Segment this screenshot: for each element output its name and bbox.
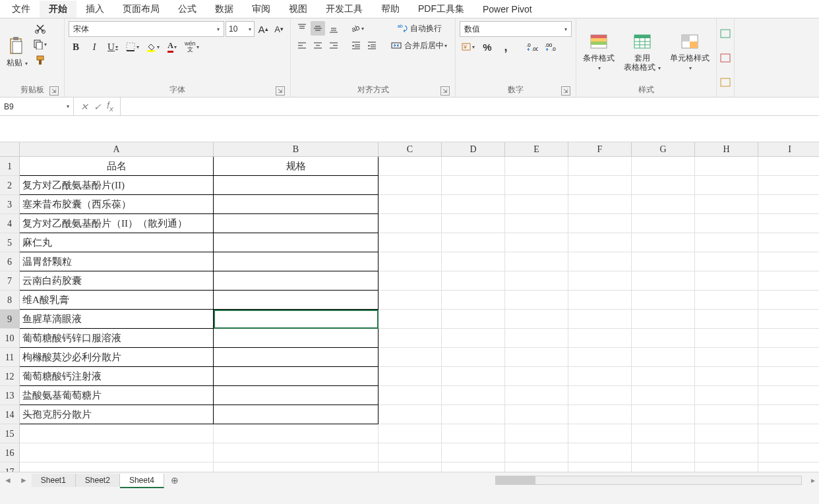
cell-D3[interactable]: [442, 195, 505, 214]
cell-G15[interactable]: [632, 424, 695, 443]
cell-F4[interactable]: [568, 214, 632, 233]
cell-G7[interactable]: [632, 271, 695, 291]
enter-formula-button[interactable]: ✓: [94, 101, 102, 112]
cell-D17[interactable]: [442, 462, 505, 472]
cell-F13[interactable]: [568, 386, 632, 405]
row-header-3[interactable]: 3: [0, 195, 20, 214]
cell-F3[interactable]: [568, 195, 632, 214]
cell-G12[interactable]: [632, 367, 695, 386]
cell-D15[interactable]: [442, 424, 505, 443]
cell-E16[interactable]: [505, 443, 568, 462]
cell-F11[interactable]: [568, 348, 632, 367]
cell-C17[interactable]: [379, 462, 442, 472]
cell-I8[interactable]: [758, 291, 819, 310]
cell-E17[interactable]: [505, 462, 568, 472]
cell-C16[interactable]: [379, 443, 442, 462]
cell-A5[interactable]: 麻仁丸: [20, 233, 214, 252]
cell-I3[interactable]: [758, 195, 819, 214]
menu-tab-Power Pivot[interactable]: Power Pivot: [473, 1, 541, 17]
cell-B1[interactable]: 规格: [214, 157, 379, 176]
paste-button[interactable]: 粘贴 ▾: [4, 21, 30, 83]
cell-D5[interactable]: [442, 233, 505, 252]
cell-I2[interactable]: [758, 176, 819, 195]
cell-H6[interactable]: [695, 252, 758, 271]
cell-B11[interactable]: [214, 348, 379, 367]
cell-I16[interactable]: [758, 443, 819, 462]
cell-D1[interactable]: [442, 157, 505, 176]
cell-E13[interactable]: [505, 386, 568, 405]
cell-E15[interactable]: [505, 424, 568, 443]
column-header-F[interactable]: F: [568, 142, 632, 157]
cell-A1[interactable]: 品名: [20, 157, 214, 176]
cell-B16[interactable]: [214, 443, 379, 462]
cell-D4[interactable]: [442, 214, 505, 233]
cell-D14[interactable]: [442, 405, 505, 424]
cell-B12[interactable]: [214, 367, 379, 386]
overflow-button-2[interactable]: [718, 51, 733, 65]
cell-F17[interactable]: [568, 462, 632, 472]
overflow-button-3[interactable]: [718, 75, 733, 90]
cell-C12[interactable]: [379, 367, 442, 386]
menu-tab-数据[interactable]: 数据: [206, 1, 243, 18]
scroll-right-button[interactable]: ▸: [807, 476, 819, 485]
sheet-tab-Sheet4[interactable]: Sheet4: [120, 474, 164, 488]
cell-B17[interactable]: [214, 462, 379, 472]
cell-A8[interactable]: 维A酸乳膏: [20, 291, 214, 310]
cell-H5[interactable]: [695, 233, 758, 252]
menu-tab-插入[interactable]: 插入: [76, 1, 113, 18]
row-header-13[interactable]: 13: [0, 386, 20, 405]
number-dialog-launcher[interactable]: ⇲: [561, 86, 570, 96]
cell-E9[interactable]: [505, 310, 568, 329]
cell-F12[interactable]: [568, 367, 632, 386]
sheet-tab-Sheet2[interactable]: Sheet2: [76, 474, 120, 487]
cell-I10[interactable]: [758, 329, 819, 348]
cell-H7[interactable]: [695, 271, 758, 291]
cell-F10[interactable]: [568, 329, 632, 348]
cell-B4[interactable]: [214, 214, 379, 233]
cell-H16[interactable]: [695, 443, 758, 462]
comma-button[interactable]: ,: [499, 40, 513, 54]
row-header-8[interactable]: 8: [0, 291, 20, 310]
cell-D13[interactable]: [442, 386, 505, 405]
menu-tab-页面布局[interactable]: 页面布局: [113, 1, 169, 18]
cell-H8[interactable]: [695, 291, 758, 310]
increase-font-button[interactable]: A▴: [256, 22, 270, 36]
cell-D6[interactable]: [442, 252, 505, 271]
add-sheet-button[interactable]: ⊕: [164, 475, 185, 486]
align-top-button[interactable]: [295, 21, 309, 36]
column-header-D[interactable]: D: [442, 142, 505, 157]
cell-G9[interactable]: [632, 310, 695, 329]
select-all-corner[interactable]: [0, 142, 20, 157]
cell-E11[interactable]: [505, 348, 568, 367]
phonetic-button[interactable]: wén文 ▾: [183, 40, 200, 54]
row-header-15[interactable]: 15: [0, 424, 20, 443]
cell-D10[interactable]: [442, 329, 505, 348]
menu-tab-视图[interactable]: 视图: [280, 1, 317, 18]
cell-A4[interactable]: 复方对乙酰氨基酚片（II）（散列通）: [20, 214, 214, 233]
row-header-9[interactable]: 9: [0, 310, 20, 329]
cell-I4[interactable]: [758, 214, 819, 233]
cell-A9[interactable]: 鱼腥草滴眼液: [20, 310, 214, 329]
cell-F2[interactable]: [568, 176, 632, 195]
row-header-17[interactable]: 17: [0, 462, 20, 472]
cell-C9[interactable]: [379, 310, 442, 329]
fill-color-button[interactable]: ▾: [144, 40, 161, 54]
conditional-format-button[interactable]: 条件格式▾: [580, 21, 617, 83]
cell-H1[interactable]: [695, 157, 758, 176]
orientation-button[interactable]: ab ▾: [349, 21, 365, 36]
bold-button[interactable]: B: [69, 40, 83, 54]
cell-B8[interactable]: [214, 291, 379, 310]
row-header-5[interactable]: 5: [0, 233, 20, 252]
cell-E6[interactable]: [505, 252, 568, 271]
font-color-button[interactable]: A ▾: [165, 40, 179, 54]
cell-C1[interactable]: [379, 157, 442, 176]
cell-F9[interactable]: [568, 310, 632, 329]
font-name-select[interactable]: 宋体▾: [69, 21, 224, 37]
cell-H10[interactable]: [695, 329, 758, 348]
menu-tab-文件[interactable]: 文件: [3, 1, 40, 18]
overflow-button-1[interactable]: [718, 26, 733, 41]
row-header-7[interactable]: 7: [0, 271, 20, 291]
wrap-text-button[interactable]: ab 自动换行: [387, 21, 451, 36]
cell-I14[interactable]: [758, 405, 819, 424]
cell-D16[interactable]: [442, 443, 505, 462]
